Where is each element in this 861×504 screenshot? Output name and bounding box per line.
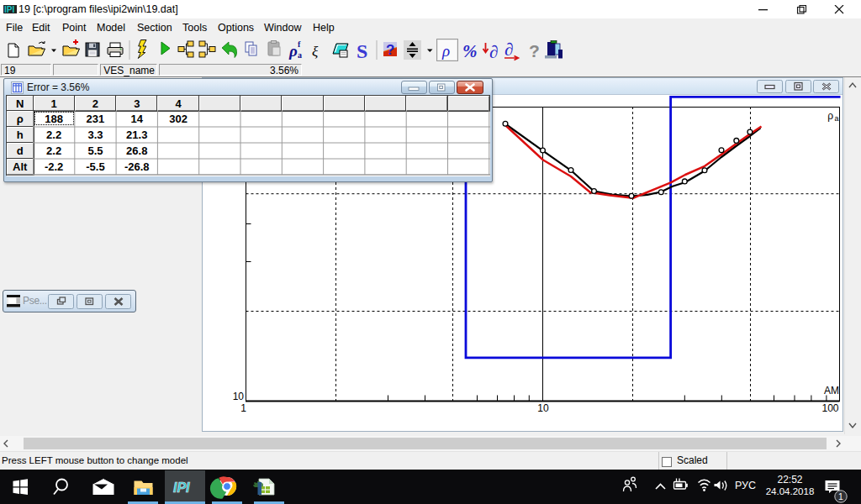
svg-text:IPI: IPI xyxy=(173,480,190,495)
svg-text:AM: AM xyxy=(824,385,839,396)
svg-text:∂: ∂ xyxy=(489,42,498,62)
svg-text:ρ: ρ xyxy=(827,110,833,122)
svg-text:1: 1 xyxy=(838,491,843,501)
svg-text:a: a xyxy=(834,114,838,123)
svg-text:a: a xyxy=(298,50,302,60)
svg-text:ρ: ρ xyxy=(441,42,450,60)
svg-text:f: f xyxy=(298,39,301,49)
svg-text:100: 100 xyxy=(821,402,838,414)
svg-text:?: ? xyxy=(529,41,540,60)
svg-text:∂: ∂ xyxy=(504,39,513,60)
svg-text:ξ: ξ xyxy=(312,44,319,60)
svg-text:S: S xyxy=(357,40,367,62)
svg-text:10: 10 xyxy=(537,402,549,414)
svg-text:?: ? xyxy=(386,42,394,58)
svg-text:IPI: IPI xyxy=(4,5,14,14)
svg-text:10: 10 xyxy=(233,391,245,402)
svg-text:1: 1 xyxy=(240,402,246,414)
svg-text:ρ: ρ xyxy=(288,42,298,60)
svg-text:%: % xyxy=(462,41,478,61)
